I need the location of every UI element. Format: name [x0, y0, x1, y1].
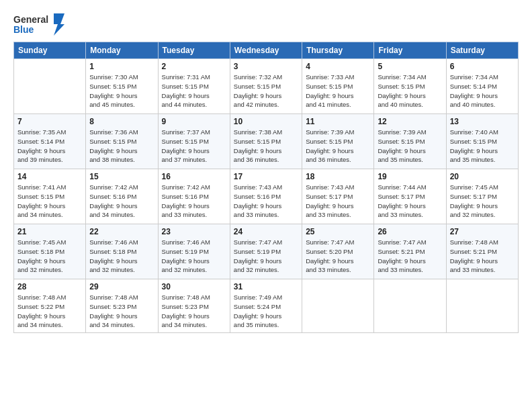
weekday-header-sunday: Sunday [14, 42, 86, 59]
day-cell-29: 29Sunrise: 7:48 AMSunset: 5:23 PMDayligh… [86, 279, 158, 333]
day-cell-24: 24Sunrise: 7:47 AMSunset: 5:19 PMDayligh… [230, 224, 302, 279]
day-cell-19: 19Sunrise: 7:44 AMSunset: 5:17 PMDayligh… [374, 169, 446, 224]
day-info: Sunrise: 7:46 AMSunset: 5:19 PMDaylight:… [162, 238, 226, 275]
day-info: Sunrise: 7:34 AMSunset: 5:14 PMDaylight:… [450, 73, 515, 109]
week-row-1: 1Sunrise: 7:30 AMSunset: 5:15 PMDaylight… [14, 59, 519, 114]
day-info: Sunrise: 7:37 AMSunset: 5:15 PMDaylight:… [162, 128, 226, 165]
weekday-header-friday: Friday [374, 42, 446, 59]
day-info: Sunrise: 7:33 AMSunset: 5:15 PMDaylight:… [306, 73, 370, 109]
page: General Blue SundayMondayTuesdayWednesda… [0, 0, 532, 411]
calendar-table: SundayMondayTuesdayWednesdayThursdayFrid… [13, 42, 519, 333]
day-number: 4 [306, 62, 370, 71]
day-number: 29 [89, 282, 154, 291]
day-cell-8: 8Sunrise: 7:36 AMSunset: 5:15 PMDaylight… [86, 114, 158, 169]
day-number: 1 [89, 62, 154, 71]
day-number: 30 [162, 282, 226, 291]
day-number: 8 [89, 117, 154, 126]
logo: General Blue [13, 12, 67, 38]
day-cell-30: 30Sunrise: 7:48 AMSunset: 5:23 PMDayligh… [158, 279, 230, 333]
day-info: Sunrise: 7:31 AMSunset: 5:15 PMDaylight:… [162, 73, 226, 109]
header: General Blue [13, 12, 519, 38]
day-info: Sunrise: 7:42 AMSunset: 5:16 PMDaylight:… [162, 183, 226, 220]
day-cell-4: 4Sunrise: 7:33 AMSunset: 5:15 PMDaylight… [302, 59, 374, 114]
day-cell-21: 21Sunrise: 7:45 AMSunset: 5:18 PMDayligh… [14, 224, 86, 279]
day-info: Sunrise: 7:39 AMSunset: 5:15 PMDaylight:… [378, 128, 442, 165]
day-number: 7 [17, 117, 82, 126]
day-info: Sunrise: 7:41 AMSunset: 5:15 PMDaylight:… [17, 183, 82, 220]
day-cell-18: 18Sunrise: 7:43 AMSunset: 5:17 PMDayligh… [302, 169, 374, 224]
day-info: Sunrise: 7:30 AMSunset: 5:15 PMDaylight:… [89, 73, 154, 109]
day-cell-16: 16Sunrise: 7:42 AMSunset: 5:16 PMDayligh… [158, 169, 230, 224]
day-info: Sunrise: 7:47 AMSunset: 5:20 PMDaylight:… [306, 238, 370, 275]
day-number: 12 [378, 117, 442, 126]
day-number: 27 [450, 227, 515, 236]
svg-text:Blue: Blue [13, 24, 34, 35]
weekday-header-saturday: Saturday [446, 42, 518, 59]
weekday-header-monday: Monday [86, 42, 158, 59]
day-info: Sunrise: 7:48 AMSunset: 5:22 PMDaylight:… [17, 293, 82, 330]
weekday-header-tuesday: Tuesday [158, 42, 230, 59]
day-number: 20 [450, 172, 515, 181]
day-info: Sunrise: 7:35 AMSunset: 5:14 PMDaylight:… [17, 128, 82, 165]
day-number: 5 [378, 62, 442, 71]
day-info: Sunrise: 7:44 AMSunset: 5:17 PMDaylight:… [378, 183, 442, 220]
day-number: 21 [17, 227, 82, 236]
day-number: 15 [89, 172, 154, 181]
day-number: 26 [378, 227, 442, 236]
day-info: Sunrise: 7:48 AMSunset: 5:23 PMDaylight:… [89, 293, 154, 330]
weekday-header-row: SundayMondayTuesdayWednesdayThursdayFrid… [14, 42, 519, 59]
day-number: 2 [162, 62, 226, 71]
logo-svg: General Blue [13, 12, 67, 38]
day-number: 3 [234, 62, 298, 71]
day-cell-28: 28Sunrise: 7:48 AMSunset: 5:22 PMDayligh… [14, 279, 86, 333]
day-info: Sunrise: 7:39 AMSunset: 5:15 PMDaylight:… [306, 128, 370, 165]
weekday-header-wednesday: Wednesday [230, 42, 302, 59]
empty-cell [14, 59, 86, 114]
week-row-2: 7Sunrise: 7:35 AMSunset: 5:14 PMDaylight… [14, 114, 519, 169]
week-row-5: 28Sunrise: 7:48 AMSunset: 5:22 PMDayligh… [14, 279, 519, 333]
week-row-3: 14Sunrise: 7:41 AMSunset: 5:15 PMDayligh… [14, 169, 519, 224]
empty-cell [302, 279, 374, 333]
day-info: Sunrise: 7:43 AMSunset: 5:16 PMDaylight:… [234, 183, 298, 220]
day-cell-6: 6Sunrise: 7:34 AMSunset: 5:14 PMDaylight… [446, 59, 518, 114]
svg-marker-2 [54, 13, 64, 36]
day-number: 14 [17, 172, 82, 181]
empty-cell [446, 279, 518, 333]
day-cell-5: 5Sunrise: 7:34 AMSunset: 5:15 PMDaylight… [374, 59, 446, 114]
day-info: Sunrise: 7:38 AMSunset: 5:15 PMDaylight:… [234, 128, 298, 165]
day-number: 18 [306, 172, 370, 181]
day-info: Sunrise: 7:47 AMSunset: 5:19 PMDaylight:… [234, 238, 298, 275]
day-info: Sunrise: 7:46 AMSunset: 5:18 PMDaylight:… [89, 238, 154, 275]
day-info: Sunrise: 7:36 AMSunset: 5:15 PMDaylight:… [89, 128, 154, 165]
day-info: Sunrise: 7:45 AMSunset: 5:18 PMDaylight:… [17, 238, 82, 275]
day-cell-26: 26Sunrise: 7:47 AMSunset: 5:21 PMDayligh… [374, 224, 446, 279]
day-info: Sunrise: 7:45 AMSunset: 5:17 PMDaylight:… [450, 183, 515, 220]
day-cell-1: 1Sunrise: 7:30 AMSunset: 5:15 PMDaylight… [86, 59, 158, 114]
day-cell-10: 10Sunrise: 7:38 AMSunset: 5:15 PMDayligh… [230, 114, 302, 169]
day-number: 9 [162, 117, 226, 126]
day-cell-15: 15Sunrise: 7:42 AMSunset: 5:16 PMDayligh… [86, 169, 158, 224]
day-number: 24 [234, 227, 298, 236]
day-cell-22: 22Sunrise: 7:46 AMSunset: 5:18 PMDayligh… [86, 224, 158, 279]
day-info: Sunrise: 7:43 AMSunset: 5:17 PMDaylight:… [306, 183, 370, 220]
empty-cell [374, 279, 446, 333]
day-cell-2: 2Sunrise: 7:31 AMSunset: 5:15 PMDaylight… [158, 59, 230, 114]
day-cell-20: 20Sunrise: 7:45 AMSunset: 5:17 PMDayligh… [446, 169, 518, 224]
day-cell-23: 23Sunrise: 7:46 AMSunset: 5:19 PMDayligh… [158, 224, 230, 279]
day-cell-25: 25Sunrise: 7:47 AMSunset: 5:20 PMDayligh… [302, 224, 374, 279]
day-number: 16 [162, 172, 226, 181]
week-row-4: 21Sunrise: 7:45 AMSunset: 5:18 PMDayligh… [14, 224, 519, 279]
day-cell-3: 3Sunrise: 7:32 AMSunset: 5:15 PMDaylight… [230, 59, 302, 114]
day-cell-13: 13Sunrise: 7:40 AMSunset: 5:15 PMDayligh… [446, 114, 518, 169]
day-info: Sunrise: 7:32 AMSunset: 5:15 PMDaylight:… [234, 73, 298, 109]
day-number: 17 [234, 172, 298, 181]
day-cell-14: 14Sunrise: 7:41 AMSunset: 5:15 PMDayligh… [14, 169, 86, 224]
day-cell-7: 7Sunrise: 7:35 AMSunset: 5:14 PMDaylight… [14, 114, 86, 169]
day-number: 13 [450, 117, 515, 126]
day-info: Sunrise: 7:48 AMSunset: 5:23 PMDaylight:… [162, 293, 226, 330]
day-number: 25 [306, 227, 370, 236]
svg-text:General: General [13, 14, 48, 25]
day-info: Sunrise: 7:49 AMSunset: 5:24 PMDaylight:… [234, 293, 298, 330]
day-cell-11: 11Sunrise: 7:39 AMSunset: 5:15 PMDayligh… [302, 114, 374, 169]
day-cell-17: 17Sunrise: 7:43 AMSunset: 5:16 PMDayligh… [230, 169, 302, 224]
